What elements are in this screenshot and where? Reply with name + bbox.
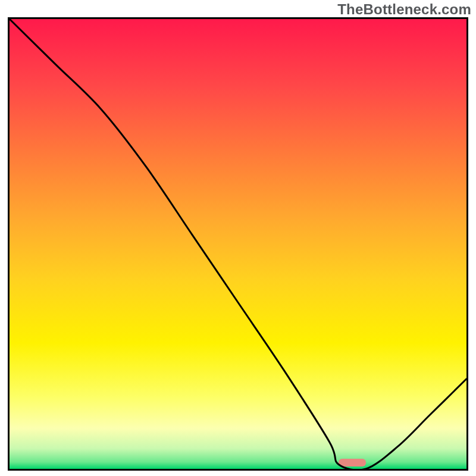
- bottleneck-chart: [8, 17, 468, 471]
- chart-svg: [8, 17, 468, 471]
- watermark-label: TheBottleneck.com: [337, 1, 471, 18]
- optimal-marker: [339, 459, 366, 466]
